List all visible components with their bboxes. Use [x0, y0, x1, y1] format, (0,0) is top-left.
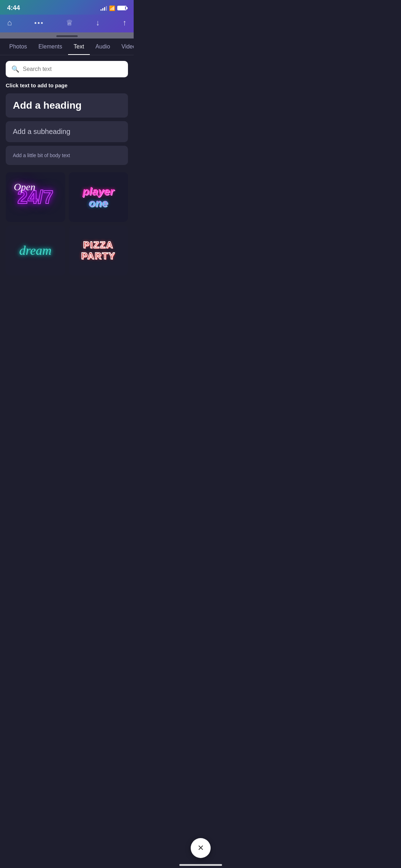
tab-videos[interactable]: Videos: [116, 38, 134, 55]
template-open247[interactable]: Open 24/7: [6, 172, 65, 222]
instruction-text: Click text to add to page: [6, 82, 128, 88]
main-content: 🔍 Click text to add to page Add a headin…: [0, 55, 134, 310]
search-container[interactable]: 🔍: [6, 61, 128, 77]
add-subheading-button[interactable]: Add a subheading: [6, 121, 128, 142]
player-label: player: [83, 185, 114, 197]
search-icon: 🔍: [11, 65, 19, 73]
template-pizza-party[interactable]: PIZZA PARTY: [69, 226, 128, 275]
tab-photos[interactable]: Photos: [4, 38, 33, 55]
handle-bar-container: [0, 32, 134, 38]
open247-graphic: Open 24/7: [17, 188, 53, 206]
heading-label: Add a heading: [13, 100, 82, 111]
party-label: PARTY: [81, 250, 115, 262]
add-body-text-button[interactable]: Add a little bit of body text: [6, 146, 128, 165]
one-label: one: [83, 197, 114, 209]
pizza-label: PIZZA: [81, 239, 115, 250]
player-one-graphic: player one: [83, 185, 114, 209]
template-player-one[interactable]: player one: [69, 172, 128, 222]
subheading-label: Add a subheading: [13, 128, 70, 135]
handle-bar: [56, 35, 78, 37]
wifi-icon: 📶: [109, 5, 115, 11]
dream-label: dream: [19, 243, 52, 258]
share-icon[interactable]: ↑: [123, 18, 127, 27]
status-icons: 📶: [101, 5, 127, 11]
toolbar: ⌂ ♕ ↓ ↑: [0, 15, 134, 32]
tab-elements[interactable]: Elements: [33, 38, 68, 55]
pizza-party-graphic: PIZZA PARTY: [81, 239, 115, 262]
status-time: 4:44: [7, 4, 20, 12]
template-gallery: Open 24/7 player one dream PIZZA PARTY: [6, 172, 128, 304]
search-input[interactable]: [23, 66, 122, 72]
download-icon[interactable]: ↓: [96, 18, 100, 27]
status-bar: 4:44 📶: [0, 0, 134, 15]
tab-audio[interactable]: Audio: [90, 38, 116, 55]
template-dream[interactable]: dream: [6, 226, 65, 275]
crown-icon[interactable]: ♕: [66, 18, 73, 27]
signal-icon: [101, 6, 107, 11]
tab-text[interactable]: Text: [68, 38, 90, 55]
add-heading-button[interactable]: Add a heading: [6, 93, 128, 118]
open-label: Open: [14, 181, 36, 193]
tabs: Photos Elements Text Audio Videos: [0, 38, 134, 55]
tabs-container: Photos Elements Text Audio Videos: [0, 38, 134, 55]
more-options-button[interactable]: [35, 22, 43, 24]
body-label: Add a little bit of body text: [13, 153, 70, 158]
home-icon[interactable]: ⌂: [7, 18, 12, 27]
battery-icon: [117, 6, 127, 10]
